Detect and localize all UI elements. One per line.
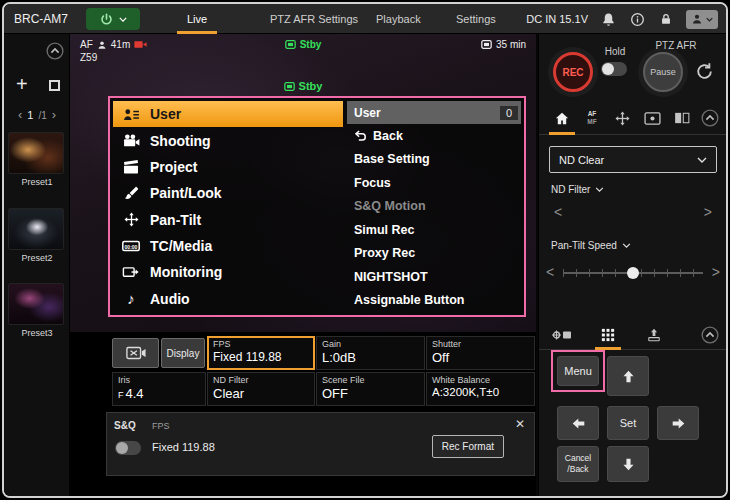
- down-button[interactable]: [607, 446, 649, 482]
- rec-format-button[interactable]: Rec Format: [432, 435, 504, 458]
- left-button[interactable]: [557, 406, 599, 440]
- menu-button[interactable]: Menu: [557, 356, 599, 386]
- submenu-item-back[interactable]: Back: [347, 124, 521, 148]
- home-icon: [554, 111, 570, 126]
- tab-framing[interactable]: [637, 102, 667, 134]
- preset-thumbnail[interactable]: [8, 208, 64, 250]
- preset-export-icon: [647, 328, 661, 342]
- submenu-item-focus[interactable]: Focus: [347, 171, 521, 195]
- nd-filter-cell[interactable]: ND Filter Clear: [207, 372, 315, 406]
- nd-select[interactable]: ND Clear: [549, 146, 717, 173]
- tab-playback[interactable]: Playback: [376, 4, 421, 34]
- right-button[interactable]: [657, 406, 699, 440]
- speed-decrease-button[interactable]: <: [546, 264, 554, 280]
- camera-view-area: AF 41m Z59 Stby 35 min Stby: [70, 34, 536, 496]
- submenu-item-assignable-button[interactable]: Assignable Button: [347, 289, 521, 313]
- nd-prev-button[interactable]: <: [554, 204, 562, 220]
- menu-category-project[interactable]: Project: [113, 154, 343, 180]
- tab-ptz-trace[interactable]: [547, 320, 577, 349]
- sq-fps-value: Fixed 119.88: [152, 441, 215, 453]
- stop-button[interactable]: [49, 80, 60, 91]
- pause-button[interactable]: Pause: [643, 52, 683, 92]
- menu-category-user[interactable]: User: [113, 101, 343, 127]
- submenu-badge: 0: [500, 106, 518, 120]
- gain-cell[interactable]: Gain L:0dB: [316, 336, 425, 370]
- page-prev-button[interactable]: ‹: [18, 108, 22, 122]
- display-button[interactable]: Display: [161, 338, 205, 368]
- tab-ptz-afr-settings[interactable]: PTZ AFR Settings: [270, 4, 358, 34]
- media-remaining: 35 min: [481, 39, 526, 50]
- rec-button[interactable]: REC: [553, 52, 593, 92]
- afr-restart-button[interactable]: [695, 62, 715, 82]
- menu-category-list: User Shooting Project Paint/Look: [113, 101, 343, 312]
- power-button[interactable]: [86, 8, 140, 30]
- submenu-item-nightshot[interactable]: NIGHTSHOT: [347, 265, 521, 289]
- menu-category-monitoring[interactable]: Monitoring: [113, 259, 343, 285]
- menu-category-tc-media[interactable]: 00:00 TC/Media: [113, 233, 343, 259]
- tab-live[interactable]: Live: [187, 4, 207, 34]
- menu-category-audio[interactable]: ♪ Audio: [113, 286, 343, 312]
- tab-home[interactable]: [547, 102, 577, 134]
- add-preset-button[interactable]: +: [16, 74, 28, 94]
- notifications-button[interactable]: [599, 10, 617, 28]
- ui-lock-button[interactable]: [657, 10, 675, 28]
- control-panel: REC Hold PTZ AFR Pause AFMF: [538, 34, 726, 496]
- tab-menu-control[interactable]: [593, 320, 623, 349]
- monitor-toggle-button[interactable]: [112, 338, 159, 368]
- submenu-panel: User 0 Back Base Setting Focus S&Q Motio…: [347, 101, 521, 312]
- music-note-icon: ♪: [121, 290, 141, 307]
- shutter-cell[interactable]: Shutter Off: [426, 336, 535, 370]
- panel-collapse-button[interactable]: [701, 326, 719, 344]
- sq-toggle[interactable]: [115, 441, 141, 455]
- up-button[interactable]: [607, 356, 649, 396]
- lock-icon: [659, 12, 673, 26]
- arrow-right-icon: [671, 416, 686, 431]
- arrow-left-icon: [571, 416, 586, 431]
- account-button[interactable]: [686, 10, 718, 29]
- sq-fps-label: FPS: [152, 421, 170, 431]
- record-status: Stby: [70, 39, 536, 50]
- camera-status-row-1: Display FPS Fixed 119.88 Gain L:0dB Shut…: [70, 336, 536, 370]
- tab-preset-export[interactable]: [639, 320, 669, 349]
- hold-label: Hold: [595, 46, 635, 57]
- menu-category-paint-look[interactable]: Paint/Look: [113, 180, 343, 206]
- cancel-back-button[interactable]: Cancel /Back: [557, 446, 599, 482]
- restart-icon: [695, 62, 714, 81]
- chevron-up-circle-icon: [701, 326, 719, 344]
- speed-increase-button[interactable]: >: [712, 264, 720, 280]
- nd-next-button[interactable]: >: [704, 204, 712, 220]
- menu-category-shooting[interactable]: Shooting: [113, 127, 343, 153]
- tab-pan-tilt[interactable]: [607, 102, 637, 134]
- white-balance-cell[interactable]: White Balance A:3200K,T±0: [426, 372, 535, 406]
- pan-tilt-speed-section-label[interactable]: Pan-Tilt Speed: [551, 240, 631, 251]
- menu-grid-icon: [601, 328, 615, 342]
- sidebar-collapse-button[interactable]: [46, 42, 64, 60]
- camera-viewport[interactable]: AF 41m Z59 Stby 35 min Stby: [70, 34, 536, 332]
- tab-settings[interactable]: Settings: [456, 4, 496, 34]
- preset-thumbnail[interactable]: [8, 283, 64, 325]
- scene-file-cell[interactable]: Scene File OFF: [316, 372, 425, 406]
- info-button[interactable]: [628, 10, 646, 28]
- set-button[interactable]: Set: [607, 406, 649, 440]
- menu-category-pan-tilt[interactable]: Pan-Tilt: [113, 207, 343, 233]
- close-icon[interactable]: ✕: [515, 417, 525, 431]
- tab-split-view[interactable]: [667, 102, 697, 134]
- submenu-item-base-setting[interactable]: Base Setting: [347, 148, 521, 172]
- preset-thumbnail[interactable]: [8, 132, 64, 174]
- hold-toggle[interactable]: [601, 62, 627, 76]
- submenu-item-proxy-rec[interactable]: Proxy Rec: [347, 242, 521, 266]
- nd-filter-section-label[interactable]: ND Filter: [551, 184, 604, 195]
- tab-af-mf[interactable]: AFMF: [577, 102, 607, 134]
- page-next-button[interactable]: ›: [52, 108, 56, 122]
- page-current: 1: [27, 109, 33, 121]
- submenu-title: User: [354, 106, 381, 120]
- slider-knob[interactable]: [627, 267, 639, 279]
- chevron-down-icon: [595, 187, 604, 192]
- fps-cell[interactable]: FPS Fixed 119.88: [207, 336, 315, 370]
- submenu-item-simul-rec[interactable]: Simul Rec: [347, 218, 521, 242]
- submenu-item-sq-motion: S&Q Motion: [347, 195, 521, 219]
- panel-collapse-button[interactable]: [701, 109, 719, 127]
- control-tabs-top: AFMF: [539, 102, 727, 135]
- arrow-up-icon: [621, 369, 636, 384]
- iris-cell[interactable]: Iris F4.4: [112, 372, 206, 406]
